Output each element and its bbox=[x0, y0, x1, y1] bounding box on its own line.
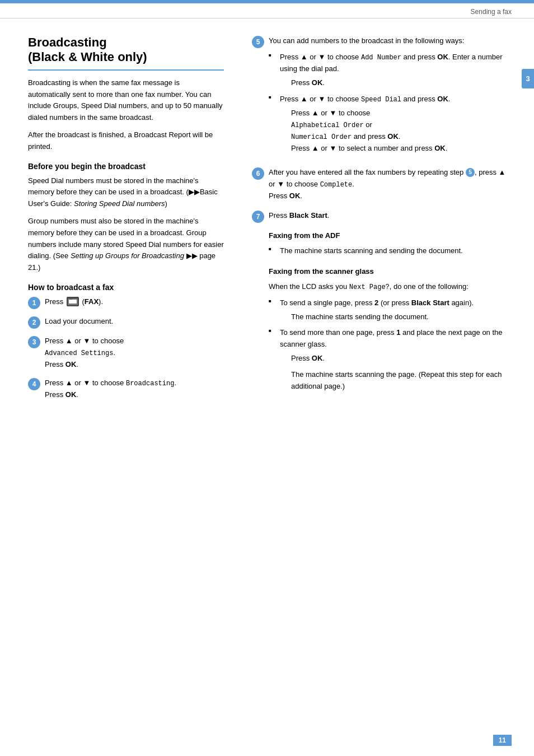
step-3: 3 Press ▲ or ▼ to choose Advanced Settin… bbox=[28, 335, 224, 371]
step-4: 4 Press ▲ or ▼ to choose Broadcasting. P… bbox=[28, 377, 224, 401]
before-para-2: Group numbers must also be stored in the… bbox=[28, 216, 224, 274]
step-3-content: Press ▲ or ▼ to choose Advanced Settings… bbox=[45, 335, 224, 371]
faxing-adf-title: Faxing from the ADF bbox=[269, 230, 512, 242]
step-circle-2: 2 bbox=[28, 316, 40, 329]
faxing-glass-bullet-2: To send more than one page, press 1 and … bbox=[269, 327, 512, 392]
step-circle-1: 1 bbox=[28, 297, 40, 309]
how-to-title: How to broadcast a fax bbox=[28, 283, 224, 292]
before-broadcast-title: Before you begin the broadcast bbox=[28, 162, 224, 171]
step-2: 2 Load your document. bbox=[28, 316, 224, 329]
step-5-bullet-2-sub: Press ▲ or ▼ to choose Alphabetical Orde… bbox=[291, 108, 512, 155]
intro-para-2: After the broadcast is finished, a Broad… bbox=[28, 129, 224, 153]
step-7-content: Press Black Start. Faxing from the ADF T… bbox=[269, 210, 512, 397]
page-number: 11 bbox=[493, 735, 512, 746]
faxing-glass-intro: When the LCD asks you Next Page?, do one… bbox=[269, 281, 512, 293]
step-ref-5: 5 bbox=[466, 168, 475, 177]
faxing-from-adf-section: Faxing from the ADF The machine starts s… bbox=[269, 230, 512, 257]
step-1: 1 Press (FAX). bbox=[28, 296, 224, 309]
step-4-content: Press ▲ or ▼ to choose Broadcasting. Pre… bbox=[45, 377, 224, 401]
step-2-content: Load your document. bbox=[45, 316, 224, 328]
step-circle-5: 5 bbox=[252, 36, 264, 48]
faxing-adf-bullets: The machine starts scanning and sending … bbox=[269, 245, 512, 257]
step-5-bullet-2: Press ▲ or ▼ to choose Speed Dial and pr… bbox=[269, 94, 512, 155]
section-title: Broadcasting(Black & White only) bbox=[28, 35, 224, 71]
svg-rect-1 bbox=[69, 300, 77, 304]
svg-rect-2 bbox=[69, 298, 72, 300]
fax-label: FAX bbox=[85, 297, 99, 306]
page-layout: Broadcasting(Black & White only) Broadca… bbox=[0, 18, 534, 424]
step-6: 6 After you have entered all the fax num… bbox=[252, 167, 512, 202]
step-7: 7 Press Black Start. Faxing from the ADF… bbox=[252, 210, 512, 397]
step-circle-7: 7 bbox=[252, 211, 264, 223]
step-circle-6: 6 bbox=[252, 167, 264, 180]
step-5-bullets: Press ▲ or ▼ to choose Add Number and pr… bbox=[269, 52, 512, 155]
step-5-bullet-1-sub: Press OK. bbox=[291, 77, 512, 89]
header-area: Sending a fax bbox=[0, 3, 534, 18]
faxing-glass-title: Faxing from the scanner glass bbox=[269, 266, 512, 278]
step-5-content: You can add numbers to the broadcast in … bbox=[269, 35, 512, 159]
faxing-from-glass-section: Faxing from the scanner glass When the L… bbox=[269, 266, 512, 393]
step-1-content: Press (FAX). bbox=[45, 296, 224, 308]
faxing-glass-final-note: The machine starts scanning the page. (R… bbox=[291, 369, 512, 393]
faxing-glass-bullets: To send a single page, press 2 (or press… bbox=[269, 297, 512, 393]
header-title: Sending a fax bbox=[471, 8, 512, 16]
left-column: Broadcasting(Black & White only) Broadca… bbox=[0, 35, 241, 408]
chapter-tab: 3 bbox=[522, 69, 534, 88]
right-column: 3 5 You can add numbers to the broadcast… bbox=[241, 35, 534, 408]
step-circle-4: 4 bbox=[28, 378, 40, 390]
step-5: 5 You can add numbers to the broadcast i… bbox=[252, 35, 512, 159]
faxing-adf-bullet-1: The machine starts scanning and sending … bbox=[269, 245, 512, 257]
fax-button-icon bbox=[67, 297, 79, 306]
step-6-content: After you have entered all the fax numbe… bbox=[269, 167, 512, 202]
faxing-glass-bullet-1: To send a single page, press 2 (or press… bbox=[269, 297, 512, 323]
intro-para-1: Broadcasting is when the same fax messag… bbox=[28, 77, 224, 124]
step-circle-3: 3 bbox=[28, 336, 40, 348]
faxing-glass-bullet-2-sub: Press OK. The machine starts scanning th… bbox=[291, 353, 512, 392]
faxing-glass-bullet-1-sub: The machine starts sending the document. bbox=[291, 311, 512, 323]
step-5-bullet-1: Press ▲ or ▼ to choose Add Number and pr… bbox=[269, 52, 512, 89]
before-para-1: Speed Dial numbers must be stored in the… bbox=[28, 175, 224, 210]
